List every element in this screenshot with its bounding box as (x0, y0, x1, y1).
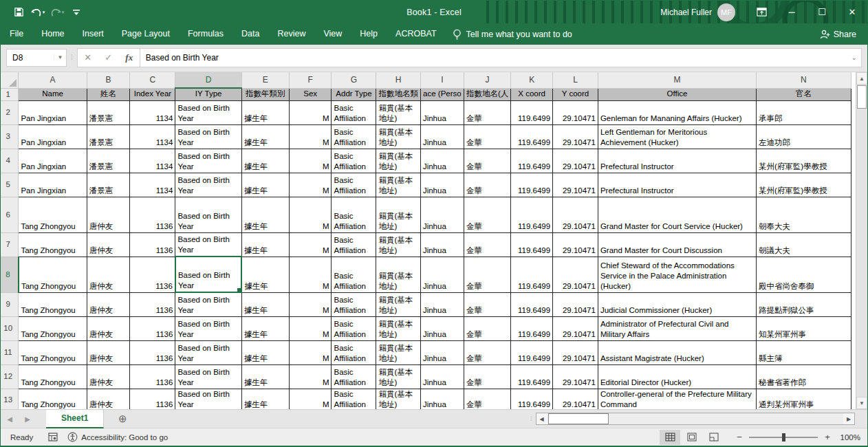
cell-L11[interactable]: 29.10471 (553, 340, 598, 364)
maximize-button[interactable]: ☐ (807, 1, 837, 23)
tab-view[interactable]: View (314, 23, 351, 45)
cell-F1[interactable]: Sex (289, 88, 332, 100)
cell-B12[interactable]: 唐仲友 (87, 364, 130, 389)
column-header-K[interactable]: K (511, 72, 553, 88)
cell-C6[interactable]: 1136 (130, 197, 175, 232)
cell-G12[interactable]: Basic Affiliation (332, 364, 376, 389)
cell-N9[interactable]: 路提點刑獄公事 (756, 292, 851, 316)
cell-G9[interactable]: Basic Affiliation (332, 292, 376, 316)
cell-L5[interactable]: 29.10471 (553, 173, 598, 197)
cell-I13[interactable]: Jinhua (420, 389, 464, 409)
cell-I12[interactable]: Jinhua (420, 364, 464, 389)
cell-J3[interactable]: 金華 (464, 124, 510, 149)
row-header-3[interactable]: 3 (1, 124, 19, 149)
cell-M13[interactable]: Controller-general of the Prefecture Mil… (598, 389, 756, 409)
cell-D7[interactable]: Based on Birth Year (175, 232, 241, 257)
cell-C4[interactable]: 1134 (130, 149, 175, 173)
cell-A3[interactable]: Pan Jingxian (19, 124, 87, 149)
cell-H1[interactable]: 指數地名類 (376, 88, 421, 100)
cell-H12[interactable]: 籍貫(基本地址) (376, 364, 421, 389)
vertical-scroll-thumb[interactable] (857, 85, 867, 109)
cell-I5[interactable]: Jinhua (420, 173, 464, 197)
cell-E8[interactable]: 據生年 (241, 257, 289, 292)
vertical-scrollbar[interactable]: ▲ ▼ (856, 72, 867, 409)
cell-B9[interactable]: 唐仲友 (87, 292, 130, 316)
cell-M12[interactable]: Editorial Director (Hucker) (598, 364, 756, 389)
tab-file[interactable]: File (1, 23, 32, 45)
row-header-7[interactable]: 7 (1, 232, 19, 257)
cell-H4[interactable]: 籍貫(基本地址) (376, 149, 421, 173)
cell-H6[interactable]: 籍貫(基本地址) (376, 197, 421, 232)
cell-M2[interactable]: Genleman for Mananing Affairs (Hucker) (598, 100, 756, 124)
cell-I1[interactable]: ace (Perso (420, 88, 464, 100)
user-avatar[interactable]: MF (717, 3, 735, 21)
tab-split-handle[interactable]: ⁞ (530, 415, 532, 422)
tab-help[interactable]: Help (351, 23, 387, 45)
cell-E12[interactable]: 據生年 (241, 364, 289, 389)
cell-G6[interactable]: Basic Affiliation (332, 197, 376, 232)
tab-insert[interactable]: Insert (74, 23, 113, 45)
column-header-M[interactable]: M (598, 72, 756, 88)
cell-L4[interactable]: 29.10471 (553, 149, 598, 173)
cell-H13[interactable]: 籍貫(基本地址) (376, 389, 421, 409)
horizontal-scroll-thumb[interactable] (548, 413, 609, 424)
cell-A4[interactable]: Pan Jingxian (19, 149, 87, 173)
cell-N1[interactable]: 官名 (756, 88, 851, 100)
page-layout-view-icon[interactable] (682, 430, 702, 445)
cell-E2[interactable]: 據生年 (241, 100, 289, 124)
scroll-left-icon[interactable]: ◀ (536, 413, 547, 424)
select-all-corner[interactable] (1, 72, 19, 88)
cell-A1[interactable]: Name (19, 88, 87, 100)
cell-I9[interactable]: Jinhua (420, 292, 464, 316)
save-icon[interactable] (10, 5, 27, 20)
vertical-scroll-track[interactable] (856, 109, 867, 397)
cell-J4[interactable]: 金華 (464, 149, 510, 173)
enter-icon[interactable]: ✓ (98, 52, 119, 63)
cell-A13[interactable]: Tang Zhongyou (19, 389, 87, 409)
column-header-C[interactable]: C (130, 72, 175, 88)
cell-A12[interactable]: Tang Zhongyou (19, 364, 87, 389)
column-header-H[interactable]: H (376, 72, 421, 88)
name-box[interactable]: D8 ▼ (6, 49, 67, 67)
zoom-out-icon[interactable]: − (735, 432, 744, 442)
cell-C11[interactable]: 1136 (130, 340, 175, 364)
cell-M1[interactable]: Office (598, 88, 756, 100)
prev-sheet-icon[interactable]: ◀ (1, 415, 19, 423)
tab-page-layout[interactable]: Page Layout (113, 23, 179, 45)
cell-E7[interactable]: 據生年 (241, 232, 289, 257)
cell-F9[interactable]: M (289, 292, 332, 316)
undo-dropdown-caret[interactable]: ▾ (43, 10, 45, 15)
cell-E10[interactable]: 據生年 (241, 316, 289, 340)
cell-N12[interactable]: 秘書省著作郎 (756, 364, 851, 389)
cell-H8[interactable]: 籍貫(基本地址) (376, 257, 421, 292)
column-header-B[interactable]: B (87, 72, 130, 88)
cell-B10[interactable]: 唐仲友 (87, 316, 130, 340)
row-header-13[interactable]: 13 (1, 389, 19, 409)
row-header-4[interactable]: 4 (1, 149, 19, 173)
cell-K6[interactable]: 119.6499 (511, 197, 553, 232)
row-header-1[interactable]: 1 (1, 88, 19, 100)
cell-C12[interactable]: 1136 (130, 364, 175, 389)
normal-view-icon[interactable] (660, 430, 680, 445)
cell-J10[interactable]: 金華 (464, 316, 510, 340)
cell-L10[interactable]: 29.10471 (553, 316, 598, 340)
cell-L8[interactable]: 29.10471 (553, 257, 598, 292)
cell-J11[interactable]: 金華 (464, 340, 510, 364)
cell-J5[interactable]: 金華 (464, 173, 510, 197)
cell-I8[interactable]: Jinhua (420, 257, 464, 292)
column-header-A[interactable]: A (19, 72, 87, 88)
undo-icon[interactable]: ▾ (30, 5, 46, 20)
cell-C7[interactable]: 1136 (130, 232, 175, 257)
column-header-E[interactable]: E (241, 72, 289, 88)
cell-D12[interactable]: Based on Birth Year (175, 364, 241, 389)
user-name[interactable]: Michael Fuller (660, 8, 712, 17)
cell-E3[interactable]: 據生年 (241, 124, 289, 149)
cell-N7[interactable]: 朝議大夫 (756, 232, 851, 257)
cell-J7[interactable]: 金華 (464, 232, 510, 257)
cell-I6[interactable]: Jinhua (420, 197, 464, 232)
cell-K5[interactable]: 119.6499 (511, 173, 553, 197)
cell-F13[interactable]: M (289, 389, 332, 409)
scroll-right-icon[interactable]: ▶ (843, 413, 854, 424)
zoom-slider[interactable] (749, 437, 818, 438)
name-box-dropdown-icon[interactable]: ▼ (54, 54, 66, 61)
